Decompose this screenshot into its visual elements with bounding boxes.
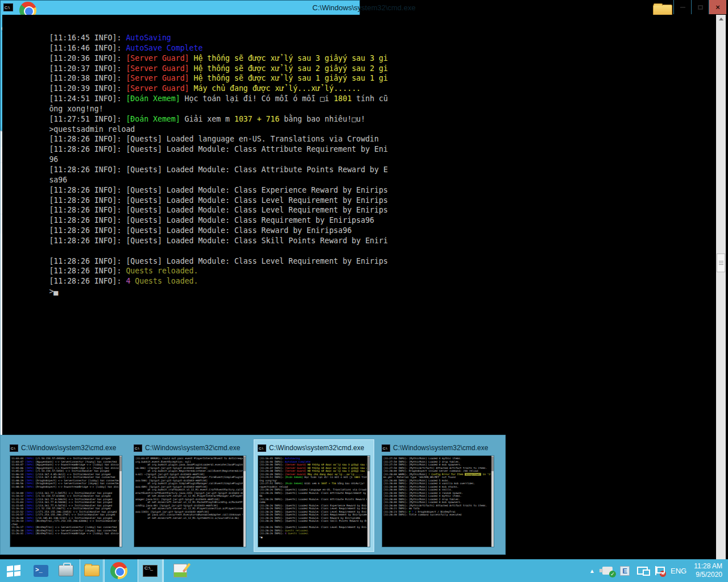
thumbnail-screenshot[interactable]: [11:03:37 ERROR]: Could not pass event P… xyxy=(134,455,246,547)
console-text-segment: [11:28:26 INFO]: [Quests] Loaded Module:… xyxy=(49,186,387,194)
console-text-segment: [Server Guard] xyxy=(285,473,306,476)
console-text-segment: 11:08:19 xyxy=(11,479,25,482)
console-text-segment: 11:03:47 xyxy=(11,463,25,466)
console-text-segment: anager.java:511) [Spigot.jar:git-Spigot-… xyxy=(135,498,220,501)
console-text-segment: 'kingcrown' xyxy=(465,473,481,476)
console-text-segment: [INFO] xyxy=(25,504,34,507)
console-text-segment: [11:28:26 INFO]: [Quests] Loaded Module:… xyxy=(259,498,367,501)
console-text-segment: at net.minecraft.server.v1_12_R1.PacketP… xyxy=(135,501,243,504)
console-text-segment: [11:28:30 INFO]: Title command successfu… xyxy=(383,513,461,516)
console-text-segment: [11:28:26 INFO]: [Quests] Loaded Module:… xyxy=(259,517,360,519)
e-tray-icon[interactable]: E xyxy=(620,566,630,576)
console-text-segment: [/171.253.155.206:23453] <-> InitialHand… xyxy=(34,510,117,513)
console-text-segment: [11:27:50 INFO]: [MythicArtifacts] Attac… xyxy=(383,467,487,469)
scroll-up-button[interactable] xyxy=(716,15,726,23)
console-text-segment: [INFO] xyxy=(25,476,34,479)
scrollbar-thumb[interactable] xyxy=(717,253,725,272)
console-text-segment: [/113.161.77.6:50623] <-> InitialHandler… xyxy=(34,498,112,501)
thumbnail-screenshot[interactable]: 11:03:44 [INFO] [/1.53.154.57:49509] <->… xyxy=(10,455,122,547)
console-text-segment: 11:08:16 xyxy=(11,476,25,479)
cmd-icon: C:\ xyxy=(382,444,390,452)
console-text-segment: [Server Guard] xyxy=(285,467,306,469)
console-text-segment xyxy=(189,64,194,73)
console-text-segment: [DragOnAspect] <-> ServerConnector [skye… xyxy=(34,482,119,485)
console-text-segment: [11:28:26 INFO]: [Quests] Loaded languag… xyxy=(49,135,379,143)
console-text-segment: [/113.167.4.85:3612] <-> InitialHandler … xyxy=(34,473,111,476)
console-text-segment: [11:28:00 INFO]: [MythicMobs] Loaded 4 m… xyxy=(383,494,461,497)
action-center-flag-icon[interactable]: ✕ xyxy=(655,566,663,575)
console-text-segment: [11:28:26 INFO]: [Quests] Loaded Module:… xyxy=(49,216,374,225)
console-text-segment: [BinDepTrai] <-> ServerConnector [lobby]… xyxy=(34,526,117,529)
console-text-segment: at org.bukkit.craftbukkit.v1_12_R1.event… xyxy=(135,488,243,491)
console-text-segment: [11:27:51 INFO]: xyxy=(259,482,285,485)
console-text-segment: [INFO] xyxy=(25,485,34,488)
vertical-scrollbar[interactable] xyxy=(716,15,726,571)
console-text-segment: [Server Guard] xyxy=(126,64,189,73)
console-text-segment: [INFO] xyxy=(25,529,34,532)
console-line: [11:28:26 INFO]: [Quests] Loaded Module:… xyxy=(259,492,367,495)
console-text-segment: Hệ thống sẽ được xử lý sau 2 giâyý sau 2… xyxy=(308,467,367,469)
cmd-preview-thumbnail[interactable]: C:\C:\Windows\system32\cmd.exe 11:03:44 … xyxy=(6,440,126,551)
taskbar-file-explorer[interactable] xyxy=(80,559,105,582)
console-text-segment: [INFO] xyxy=(25,519,34,522)
cmd-preview-thumbnail-active[interactable]: C:\C:\Windows\system32\cmd.exe [11:16:45… xyxy=(254,440,374,551)
taskbar-cmd[interactable]: C:\_ xyxy=(138,559,164,582)
taskbar-server-manager[interactable] xyxy=(55,559,77,582)
hidden-icons-chevron[interactable]: ▲ xyxy=(589,568,595,574)
thumbnail-screenshot[interactable]: [11:16:45 INFO]: AutoSaving[11:16:46 INF… xyxy=(258,455,370,547)
maximize-button[interactable] xyxy=(691,0,709,14)
console-text-segment: sa96 xyxy=(259,501,266,504)
start-button[interactable] xyxy=(0,559,27,582)
console-text-segment: at net.minecraft.server.v1_12_R1.PlayerI… xyxy=(135,494,243,497)
console-line: [11:28:26 INFO]: [Quests] Loaded Module:… xyxy=(259,498,367,501)
close-button[interactable]: × xyxy=(709,0,726,14)
cmd-window: C:\Windows\system32\cmd.exe C:\ × [11:16… xyxy=(0,0,360,297)
console-text-segment: [11:24:51 INFO]: xyxy=(259,476,285,479)
console-text-segment: [11:28:26 INFO]: [Quests] Loaded Module:… xyxy=(259,510,367,513)
console-text-segment: [11:28:21 INFO]: mm tata xyxy=(383,507,419,510)
language-indicator[interactable]: ENG xyxy=(671,567,686,575)
cmd-preview-thumbnail[interactable]: C:\C:\Windows\system32\cmd.exe [11:03:37… xyxy=(130,440,250,551)
console-text-segment: [11:28:00 INFO]: [MythicMobs] Loaded 3 r… xyxy=(383,492,463,494)
thumbnail-screenshot[interactable]: [11:27:50 INFO]: [MythicMobs] Loaded 4 m… xyxy=(382,455,494,547)
console-text-segment xyxy=(189,54,194,63)
console-text-segment: 11:03:44 xyxy=(11,457,25,460)
taskbar-powershell[interactable]: >_ xyxy=(30,559,52,582)
console-text-segment: at org.bukkit.plugin.SimplePluginManager… xyxy=(135,476,243,479)
console-text-segment: [NguyenOanh] <-> DownstreamBridge <-> [t… xyxy=(34,467,119,469)
window-controls: × xyxy=(673,0,726,14)
console-text-segment: [NguyenOanh] <-> DownstreamBridge <-> [l… xyxy=(34,463,119,466)
console-text-segment: 11:26:10 xyxy=(11,529,25,532)
console-text-segment: Quests loaded. xyxy=(288,532,309,535)
console-text-segment: [/1.52.154.57:20671] <-> InitialHandler … xyxy=(34,507,111,510)
taskbar-clock[interactable]: 11:28 AM 9/5/2020 xyxy=(694,562,722,579)
alert-badge: ✕ xyxy=(660,571,666,577)
console-text-segment: cted xyxy=(11,523,18,526)
console-text-segment: [11:20:36 INFO]: xyxy=(259,463,285,466)
usb-eject-icon[interactable] xyxy=(602,567,613,575)
console-text-segment: 11:22:52 xyxy=(11,510,25,513)
console-text-segment: [11:16:46 INFO]: xyxy=(49,44,126,52)
clock-time: 11:28 AM xyxy=(694,562,722,571)
console-text-segment: [11:28:26 INFO]: [Quests] Loaded Module:… xyxy=(49,257,387,265)
minimize-button[interactable] xyxy=(673,0,691,14)
taskbar-notepad-plus[interactable] xyxy=(168,559,192,582)
taskbar-chrome[interactable] xyxy=(107,559,131,582)
console-text-segment: [/113.167.4.85:3617] <-> InitialHandler … xyxy=(34,476,115,479)
notepad-plus-icon xyxy=(173,564,187,577)
cmd-preview-thumbnail[interactable]: C:\C:\Windows\system32\cmd.exe [11:27:50… xyxy=(378,440,498,551)
console-text-segment: [INFO] xyxy=(25,513,34,516)
console-text-segment: 1037 + 716 xyxy=(234,115,279,123)
thumbnail-title: C:\Windows\system32\cmd.exe xyxy=(269,444,364,452)
cmd-titlebar[interactable]: C:\Windows\system32\cmd.exe C:\ xyxy=(0,0,728,15)
cmd-icon: C:\ xyxy=(258,444,266,452)
console-text-segment: [/1.53.154.57:49509] <-> InitialHandler … xyxy=(34,457,111,460)
console-text-segment: [11:28:26 INFO]: xyxy=(259,532,285,535)
cmd-icon: C:\_ xyxy=(143,565,158,577)
console-text-segment: [11:28:00 INFO]: [MythicMobs] Loaded 5 m… xyxy=(383,479,449,482)
console-text-segment: 11:15:03 xyxy=(11,501,25,504)
console-text-segment: at org.bukkit.plugin.java.JavaPluginLoad… xyxy=(135,463,243,466)
network-icon[interactable] xyxy=(637,567,648,575)
console-text-segment: ockDig.java:40) [Spigot.jar:git-Spigot-d… xyxy=(135,504,218,507)
console-text-segment: [BinDepTrai] <-> ServerConnector [skyep]… xyxy=(34,529,117,532)
